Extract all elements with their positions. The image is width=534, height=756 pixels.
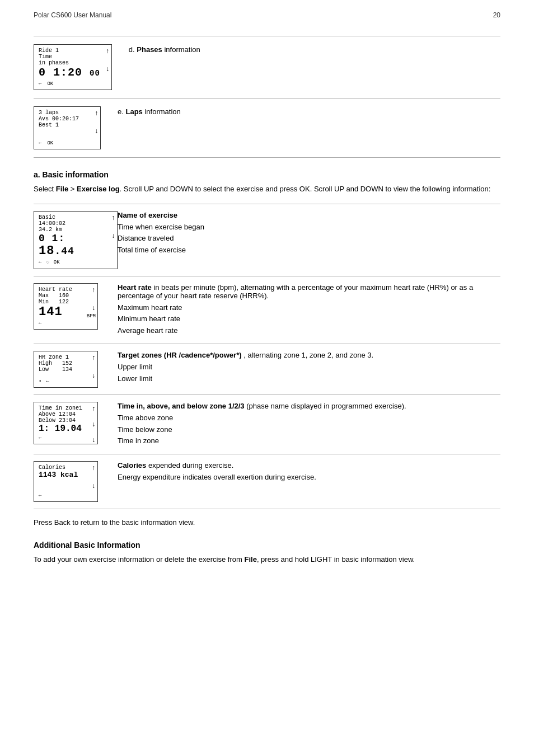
ne-line1: Basic <box>39 214 106 220</box>
tiz-value: 1: 19.04 <box>39 424 86 434</box>
target-zones-desc: Target zones (HR /cadence*/power*) , alt… <box>118 344 500 395</box>
phases-label-bold: Phases <box>137 45 162 54</box>
heart-rate-device-cell: Heart rate Max 160 Min 122 141 ← ↑ ↓ BPM <box>34 276 118 344</box>
basic-info-heading: a. Basic information <box>34 170 500 179</box>
phases-value: 0 1:20 00 <box>39 66 100 79</box>
down-arrow: ↓ <box>106 65 110 73</box>
additional-body: To add your own exercise information or … <box>34 554 500 565</box>
ne-nav-heart: ♡ <box>46 260 49 266</box>
tz-down: ↓ <box>92 372 96 380</box>
target-zones-device-cell: HR zone 1 High 152 Low 134 • ← ↑ ↓ <box>34 344 118 395</box>
tiz-sub-desc: Time above zone Time below zone Time in … <box>118 412 500 447</box>
hr-down: ↓ <box>92 304 96 312</box>
hr-label-bold: Heart rate <box>118 283 152 292</box>
tz-updown: ↑ ↓ <box>92 354 96 380</box>
ne-line2: 14:00:02 <box>39 220 106 227</box>
cal-main-desc: Calories expended during exercise. <box>118 461 500 469</box>
tz-sub-desc: Upper limit Lower limit <box>118 361 500 385</box>
tz-item2: Lower limit <box>118 373 500 385</box>
time-in-zone-desc: Time in, above, and below zone 1/2/3 (ph… <box>118 395 500 454</box>
cal-nav: ← <box>39 493 86 499</box>
laps-line2: Avs 00:20:17 <box>39 116 89 122</box>
ne-label: Name of exercise <box>118 211 500 219</box>
time-in-zone-device: Time in zone1 Above 12:04 Below 23:04 1:… <box>34 402 98 444</box>
tiz-item2: Time below zone <box>118 424 500 436</box>
laps-updown: ↑ ↓ <box>95 110 99 135</box>
phases-updown: ↑ ↓ <box>106 48 110 73</box>
ne-item1: Time when exercise began <box>118 222 500 233</box>
name-exercise-device: Basic 14:00:02 34.2 km 0 1: 18.44 ← ♡ OK… <box>34 211 118 269</box>
tiz-down1: ↓ <box>92 421 96 429</box>
calories-desc: Calories expended during exercise. Energ… <box>118 454 500 509</box>
tiz-line1: Time in zone1 <box>39 405 86 411</box>
tz-main-desc: Target zones (HR /cadence*/power*) , alt… <box>118 351 500 359</box>
table-row-time-in-zone: Time in zone1 Above 12:04 Below 23:04 1:… <box>34 395 500 454</box>
cal-line2: 1143 kcal <box>39 471 86 479</box>
hr-item3: Average heart rate <box>118 325 500 337</box>
basic-info-body: Select File > Exercise log. Scroll UP an… <box>34 184 500 195</box>
tiz-label-bold: Time in, above, and below zone 1/2/3 <box>118 402 245 410</box>
table-row-calories: Calories 1143 kcal ← ↑ ↓ Calories expend… <box>34 454 500 509</box>
time-in-zone-device-cell: Time in zone1 Above 12:04 Below 23:04 1:… <box>34 395 118 454</box>
heart-rate-desc: Heart rate in beats per minute (bpm), al… <box>118 276 500 344</box>
cal-nav-left: ← <box>39 493 41 499</box>
laps-label-prefix: e. <box>118 107 125 116</box>
additional-heading: Additional Basic Information <box>34 541 500 550</box>
tz-line1: HR zone 1 <box>39 354 86 360</box>
name-exercise-desc: Name of exercise Time when exercise bega… <box>118 204 500 276</box>
phases-line3: in phases <box>39 60 100 66</box>
tiz-line3: Below 23:04 <box>39 417 86 424</box>
cal-updown: ↑ ↓ <box>92 464 96 490</box>
ne-item3: Total time of exercise <box>118 245 500 256</box>
cal-down: ↓ <box>92 482 96 490</box>
hr-line2: Max 160 <box>39 293 86 299</box>
ne-up: ↑ <box>111 214 115 222</box>
laps-row: 3 laps Avs 00:20:17 Best 1 OK ↑ ↓ e. Lap… <box>34 98 500 158</box>
tiz-main-desc: Time in, above, and below zone 1/2/3 (ph… <box>118 402 500 410</box>
phases-line1: Ride 1 <box>39 48 100 54</box>
tiz-item1: Time above zone <box>118 412 500 424</box>
tz-line2: High 152 <box>39 360 86 367</box>
tz-item1: Upper limit <box>118 361 500 373</box>
laps-label-bold: Laps <box>125 107 142 116</box>
hr-bpm-label: BPM <box>87 313 96 319</box>
hr-updown: ↑ ↓ <box>92 287 96 312</box>
cal-item1: Energy expenditure indicates overall exe… <box>118 472 500 483</box>
phases-nav: OK <box>39 81 100 87</box>
phases-desc: d. Phases information <box>129 44 500 54</box>
laps-down-arrow: ↓ <box>95 128 99 135</box>
ne-nav-ok: OK <box>54 260 60 266</box>
phases-row: Ride 1 Time in phases 0 1:20 00 OK ↑ ↓ d… <box>34 36 500 98</box>
tiz-down2: ↓ <box>92 436 96 444</box>
nav-left-icon2 <box>39 140 41 146</box>
table-row-heart-rate: Heart rate Max 160 Min 122 141 ← ↑ ↓ BPM… <box>34 276 500 344</box>
laps-label-rest: information <box>143 107 181 116</box>
ne-sub-desc: Time when exercise began Distance travel… <box>118 222 500 256</box>
tiz-nav-left: ← <box>39 435 41 441</box>
tz-nav-dot: • <box>39 379 41 384</box>
tiz-line2: Above 12:04 <box>39 411 86 417</box>
cal-line1: Calories <box>39 464 86 471</box>
tiz-nav: ← <box>39 435 86 441</box>
cal-up: ↑ <box>92 464 96 472</box>
tiz-up: ↑ <box>92 405 96 413</box>
ne-nav: ← ♡ OK <box>39 260 106 266</box>
tiz-updown: ↑ ↓ ↓ <box>92 405 96 444</box>
heart-rate-device: Heart rate Max 160 Min 122 141 ← ↑ ↓ BPM <box>34 283 98 330</box>
hr-value: 141 <box>39 305 86 319</box>
hr-item2: Minimum heart rate <box>118 313 500 325</box>
tz-nav-left: ← <box>46 379 49 384</box>
tz-up: ↑ <box>92 354 96 362</box>
hr-nav: ← <box>39 321 86 326</box>
phases-label-rest: information <box>162 45 200 54</box>
name-exercise-device-cell: Basic 14:00:02 34.2 km 0 1: 18.44 ← ♡ OK… <box>34 204 118 276</box>
laps-device: 3 laps Avs 00:20:17 Best 1 OK ↑ ↓ <box>34 106 101 149</box>
top-sections: Ride 1 Time in phases 0 1:20 00 OK ↑ ↓ d… <box>34 36 500 158</box>
laps-up-arrow: ↑ <box>95 110 99 118</box>
laps-nav: OK <box>39 140 89 146</box>
laps-spacer <box>39 128 89 138</box>
page-number: 20 <box>493 11 500 19</box>
press-back-text: Press Back to return to the basic inform… <box>34 517 500 528</box>
tiz-item3: Time in zone <box>118 435 500 447</box>
ne-down: ↓ <box>111 232 115 240</box>
